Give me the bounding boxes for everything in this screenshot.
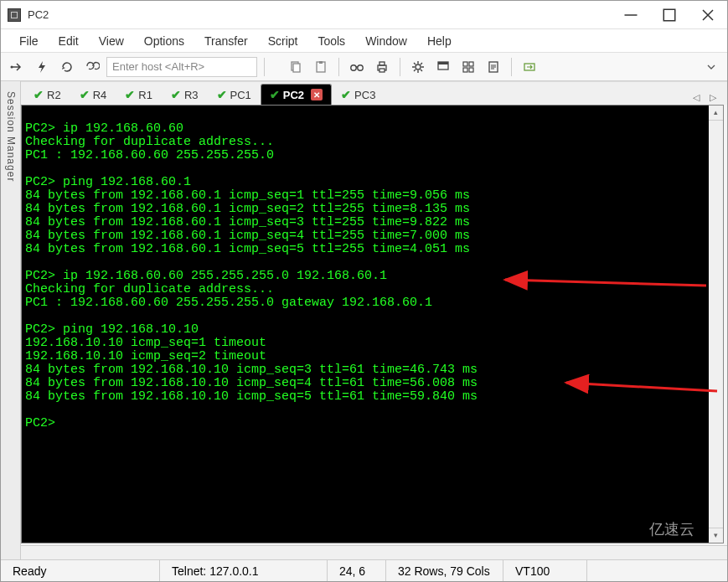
window-title: PC2 xyxy=(28,8,612,21)
menu-edit[interactable]: Edit xyxy=(50,31,87,51)
toolbar: Enter host <Alt+R> xyxy=(1,53,727,81)
tab-r1[interactable]: ✔R1 xyxy=(116,84,162,105)
toolbar-overflow-button[interactable] xyxy=(700,56,722,78)
toolbar-reconnect-button[interactable] xyxy=(56,56,78,78)
svg-rect-15 xyxy=(469,62,473,66)
status-cursor: 24, 6 xyxy=(328,560,386,581)
svg-rect-0 xyxy=(663,9,675,21)
svg-point-1 xyxy=(11,65,13,68)
menu-script[interactable]: Script xyxy=(260,31,307,51)
toolbar-separator xyxy=(400,58,400,76)
tab-r3[interactable]: ✔R3 xyxy=(162,84,208,105)
status-term-type: VT100 xyxy=(503,560,587,581)
horizontal-scrollbar[interactable] xyxy=(21,545,727,559)
tab-label: PC2 xyxy=(283,89,304,101)
connect-arrow-icon xyxy=(9,59,24,75)
chevron-down-icon xyxy=(704,59,719,75)
menu-options[interactable]: Options xyxy=(136,31,193,51)
tab-nav: ◁ ▷ xyxy=(689,90,724,105)
tab-label: R4 xyxy=(93,89,107,101)
tab-prev-button[interactable]: ◁ xyxy=(689,90,704,105)
toolbar-tile-button[interactable] xyxy=(457,56,479,78)
menu-file[interactable]: File xyxy=(11,31,47,51)
menu-window[interactable]: Window xyxy=(357,31,416,51)
tab-r4[interactable]: ✔R4 xyxy=(70,84,116,105)
binoculars-icon xyxy=(349,59,364,75)
maximize-button[interactable] xyxy=(650,1,689,28)
host-placeholder: Enter host <Alt+R> xyxy=(112,60,204,73)
toolbar-print-button[interactable] xyxy=(371,56,393,78)
main-area: ✔R2 ✔R4 ✔R1 ✔R3 ✔PC1 ✔PC2✕ ✔PC3 ◁ ▷ PC2>… xyxy=(21,81,727,559)
tab-label: PC3 xyxy=(354,89,375,101)
status-protocol: Telnet: 127.0.0.1 xyxy=(160,560,328,581)
minimize-button[interactable] xyxy=(612,1,650,28)
svg-point-11 xyxy=(416,64,421,70)
close-icon xyxy=(700,8,715,23)
svg-point-6 xyxy=(351,64,356,70)
script-icon xyxy=(486,59,501,75)
check-icon: ✔ xyxy=(171,88,181,101)
menu-tools[interactable]: Tools xyxy=(309,31,354,51)
session-manager-label: Session Manager xyxy=(5,88,17,185)
tab-pc2[interactable]: ✔PC2✕ xyxy=(261,84,332,105)
tab-close-button[interactable]: ✕ xyxy=(311,89,323,100)
menu-view[interactable]: View xyxy=(90,31,132,51)
menu-help[interactable]: Help xyxy=(419,31,460,51)
toolbar-reconnect-all-button[interactable] xyxy=(81,56,103,78)
vertical-scrollbar[interactable] xyxy=(709,106,723,543)
tab-label: R3 xyxy=(184,89,199,101)
toolbar-find-button[interactable] xyxy=(346,56,368,78)
close-button[interactable] xyxy=(689,1,727,28)
svg-rect-14 xyxy=(463,62,467,66)
status-bar: Ready Telnet: 127.0.0.1 24, 6 32 Rows, 7… xyxy=(1,559,727,581)
toolbar-sftp-button[interactable] xyxy=(519,56,540,78)
toolbar-script-button[interactable] xyxy=(483,56,504,78)
terminal-output[interactable]: PC2> ip 192.168.60.60 Checking for dupli… xyxy=(25,109,720,539)
tab-pc1[interactable]: ✔PC1 xyxy=(208,84,261,105)
svg-rect-3 xyxy=(293,64,300,72)
title-bar: PC2 xyxy=(1,1,727,29)
print-icon xyxy=(374,59,390,75)
toolbar-separator xyxy=(264,58,265,76)
workspace: Session Manager ✔R2 ✔R4 ✔R1 ✔R3 ✔PC1 ✔PC… xyxy=(1,81,727,559)
reconnect-all-icon xyxy=(85,59,100,75)
reconnect-icon xyxy=(59,59,75,75)
maximize-icon xyxy=(662,8,677,23)
copy-icon xyxy=(288,59,303,75)
toolbar-properties-button[interactable] xyxy=(407,56,429,78)
tab-label: R1 xyxy=(138,89,152,101)
paste-icon xyxy=(313,59,328,75)
toolbar-separator xyxy=(511,58,512,76)
tab-pc3[interactable]: ✔PC3 xyxy=(332,84,385,105)
check-icon: ✔ xyxy=(125,88,135,101)
tab-label: R2 xyxy=(47,89,61,101)
svg-rect-9 xyxy=(379,62,385,65)
tab-r2[interactable]: ✔R2 xyxy=(24,84,70,105)
minimize-icon xyxy=(623,8,638,23)
host-input[interactable]: Enter host <Alt+R> xyxy=(106,57,257,77)
toolbar-quick-connect-button[interactable] xyxy=(31,56,53,78)
toolbar-paste-button[interactable] xyxy=(310,56,332,78)
status-size: 32 Rows, 79 Cols xyxy=(386,560,503,581)
lightning-icon xyxy=(34,59,49,75)
gear-icon xyxy=(410,59,426,75)
tab-bar: ✔R2 ✔R4 ✔R1 ✔R3 ✔PC1 ✔PC2✕ ✔PC3 ◁ ▷ xyxy=(21,81,727,105)
tile-icon xyxy=(461,59,476,75)
toolbar-copy-button[interactable] xyxy=(285,56,307,78)
svg-rect-16 xyxy=(463,68,467,72)
svg-rect-10 xyxy=(379,69,385,72)
menu-bar: File Edit View Options Transfer Script T… xyxy=(1,29,727,53)
app-icon xyxy=(8,8,21,22)
status-ready: Ready xyxy=(1,560,160,581)
session-options-icon xyxy=(436,59,451,75)
window-controls xyxy=(612,1,727,28)
sftp-icon xyxy=(522,59,537,75)
toolbar-session-options-button[interactable] xyxy=(432,56,454,78)
terminal-pane[interactable]: PC2> ip 192.168.60.60 Checking for dupli… xyxy=(21,105,724,543)
svg-rect-13 xyxy=(438,62,448,64)
menu-transfer[interactable]: Transfer xyxy=(196,31,256,51)
tab-next-button[interactable]: ▷ xyxy=(705,90,720,105)
session-manager-sidebar[interactable]: Session Manager xyxy=(1,81,21,559)
toolbar-connect-arrow-button[interactable] xyxy=(6,56,28,78)
check-icon: ✔ xyxy=(34,88,44,101)
